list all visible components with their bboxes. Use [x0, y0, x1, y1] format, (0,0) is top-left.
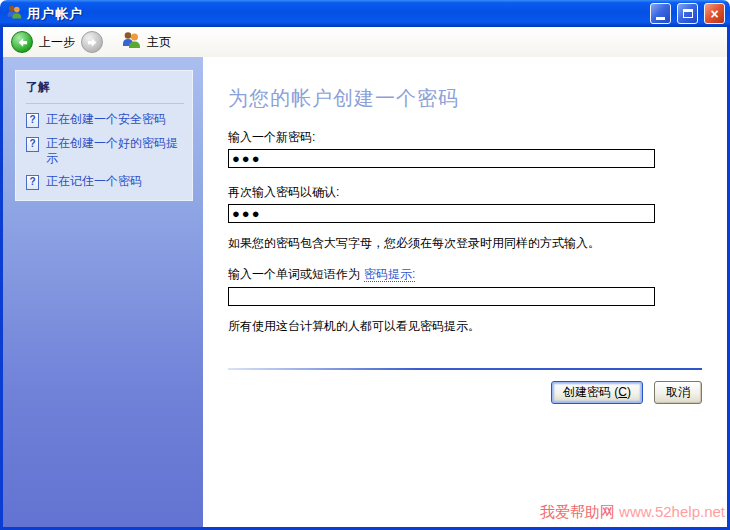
sidebar-item-label: 正在创建一个好的密码提示	[46, 136, 184, 166]
home-button[interactable]: 主页	[121, 30, 171, 54]
titlebar[interactable]: 用户帐户 ×	[0, 0, 730, 27]
learn-about-box: 了解 ? 正在创建一个安全密码 ? 正在创建一个好的密码提示 ? 正在记住一个密…	[15, 70, 193, 201]
watermark-url: www.52help.net	[615, 503, 725, 520]
sidebar-item-label: 正在记住一个密码	[46, 174, 142, 190]
minimize-button[interactable]	[650, 3, 671, 24]
maximize-button[interactable]	[677, 3, 698, 24]
sidebar-item-good-hint[interactable]: ? 正在创建一个好的密码提示	[26, 136, 184, 166]
help-icon: ?	[26, 137, 39, 152]
watermark-site-name: 我爱帮助网	[540, 503, 615, 520]
sidebar-item-secure-password[interactable]: ? 正在创建一个安全密码	[26, 112, 184, 128]
hint-label-text: 输入一个单词或短语作为	[228, 267, 360, 281]
help-icon: ?	[26, 175, 39, 190]
create-password-mnemonic: C	[618, 385, 627, 399]
user-accounts-window: 用户帐户 × 上一步	[0, 0, 730, 530]
sidebar-item-remember-password[interactable]: ? 正在记住一个密码	[26, 174, 184, 190]
password-hint-field[interactable]	[228, 287, 655, 306]
sidebar: 了解 ? 正在创建一个安全密码 ? 正在创建一个好的密码提示 ? 正在记住一个密…	[3, 57, 203, 527]
forward-button[interactable]	[81, 31, 103, 53]
back-button-label[interactable]: 上一步	[39, 34, 75, 51]
new-password-field[interactable]	[228, 149, 655, 168]
content-area: 了解 ? 正在创建一个安全密码 ? 正在创建一个好的密码提示 ? 正在记住一个密…	[3, 57, 727, 527]
cancel-button[interactable]: 取消	[654, 381, 702, 404]
home-button-label[interactable]: 主页	[147, 34, 171, 51]
close-icon: ×	[710, 7, 718, 21]
hint-label: 输入一个单词或短语作为密码提示:	[228, 266, 702, 283]
create-password-label: 创建密码 (	[563, 385, 618, 399]
sidebar-item-label: 正在创建一个安全密码	[46, 112, 166, 128]
case-sensitivity-note: 如果您的密码包含大写字母，您必须在每次登录时用同样的方式输入。	[228, 235, 702, 252]
divider	[228, 368, 702, 370]
window-frame: 上一步 主页	[0, 27, 730, 530]
help-icon: ?	[26, 113, 39, 128]
confirm-password-label: 再次输入密码以确认:	[228, 184, 702, 201]
create-password-label-end: )	[627, 385, 631, 399]
page-title: 为您的帐户创建一个密码	[228, 85, 702, 112]
navigation-toolbar: 上一步 主页	[3, 27, 727, 57]
main-panel: 为您的帐户创建一个密码 输入一个新密码: 再次输入密码以确认: 如果您的密码包含…	[203, 57, 727, 527]
learn-about-header: 了解	[26, 79, 184, 104]
close-button[interactable]: ×	[704, 3, 725, 24]
new-password-label: 输入一个新密码:	[228, 129, 702, 146]
minimize-icon	[656, 17, 665, 20]
hint-visibility-note: 所有使用这台计算机的人都可以看见密码提示。	[228, 318, 702, 335]
watermark: 我爱帮助网 www.52help.net	[540, 503, 725, 522]
forward-arrow-icon	[86, 36, 99, 49]
button-row: 创建密码 (C) 取消	[228, 381, 702, 404]
back-button[interactable]	[11, 31, 33, 53]
window-title: 用户帐户	[27, 5, 644, 23]
users-icon	[121, 30, 141, 54]
back-arrow-icon	[16, 36, 29, 49]
users-icon	[6, 4, 22, 24]
maximize-icon	[683, 9, 693, 18]
create-password-button[interactable]: 创建密码 (C)	[551, 381, 643, 404]
password-hint-link[interactable]: 密码提示:	[364, 267, 415, 282]
confirm-password-field[interactable]	[228, 204, 655, 223]
